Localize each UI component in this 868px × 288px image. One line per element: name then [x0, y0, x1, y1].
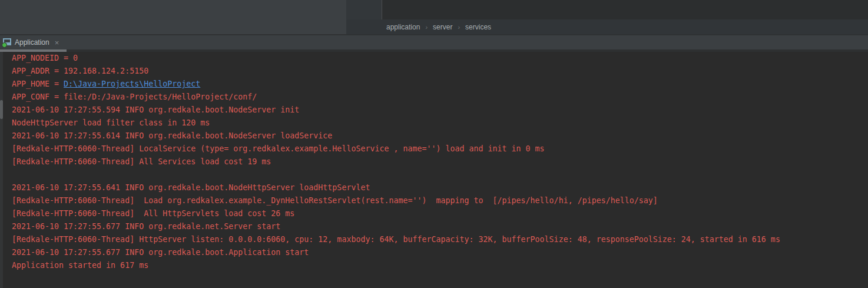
console-output[interactable]: APP_NODEID = 0APP_ADDR = 192.168.124.2:5…	[0, 52, 868, 288]
console-line: APP_HOME = D:\Java-Projects\HelloProject	[12, 78, 868, 91]
console-line: 2021-06-10 17:27:55.677 INFO org.redkale…	[12, 220, 868, 233]
close-icon[interactable]: ×	[55, 39, 59, 47]
breadcrumb-separator-icon: ›	[458, 24, 460, 31]
console-line: APP_NODEID = 0	[12, 52, 868, 65]
breadcrumb-item-application[interactable]: application	[386, 23, 420, 31]
run-tab-bar: Application ×	[0, 35, 868, 49]
editor-gutter	[346, 0, 382, 19]
running-indicator-icon	[2, 42, 7, 48]
console-path-link[interactable]: D:\Java-Projects\HelloProject	[64, 80, 200, 88]
console-line: 2021-06-10 17:27:55.614 INFO org.redkale…	[12, 130, 868, 143]
console-line: 2021-06-10 17:27:55.677 INFO org.redkale…	[12, 246, 868, 259]
console-text: APP_HOME =	[12, 80, 64, 88]
run-console-icon	[2, 38, 11, 47]
console-line: 2021-06-10 17:27:55.641 INFO org.redkale…	[12, 181, 868, 194]
scrollbar-thumb[interactable]	[0, 100, 3, 119]
breadcrumb: application›server›services	[346, 19, 868, 35]
console-line: APP_ADDR = 192.168.124.2:5150	[12, 65, 868, 78]
console-line: 2021-06-10 17:27:55.594 INFO org.redkale…	[12, 104, 868, 117]
console-line: APP_CONF = file:/D:/Java-Projects/HelloP…	[12, 91, 868, 104]
console-line: [Redkale-HTTP:6060-Thread] LocalService …	[12, 143, 868, 155]
console-line: Application started in 617 ms	[12, 259, 868, 272]
console-line	[12, 168, 868, 181]
ide-window: application›server›services Application …	[0, 0, 868, 288]
tab-label: Application	[15, 38, 49, 47]
console-line: NodeHttpServer load filter class in 120 …	[12, 117, 868, 130]
console-line: [Redkale-HTTP:6060-Thread] HttpServer li…	[12, 233, 868, 246]
breadcrumb-separator-icon: ›	[425, 24, 428, 31]
tab-application[interactable]: Application ×	[0, 35, 62, 49]
breadcrumb-item-services[interactable]: services	[465, 23, 491, 31]
console-line: [Redkale-HTTP:6060-Thread] All HttpServl…	[12, 207, 868, 220]
console-line: [Redkale-HTTP:6060-Thread] All Services …	[12, 155, 868, 168]
left-scrollbar[interactable]	[0, 52, 3, 288]
editor-pane-left	[0, 0, 346, 35]
editor-pane-right	[382, 0, 868, 19]
console-line: [Redkale-HTTP:6060-Thread] Load org.redk…	[12, 194, 868, 207]
breadcrumb-item-server[interactable]: server	[433, 23, 452, 31]
